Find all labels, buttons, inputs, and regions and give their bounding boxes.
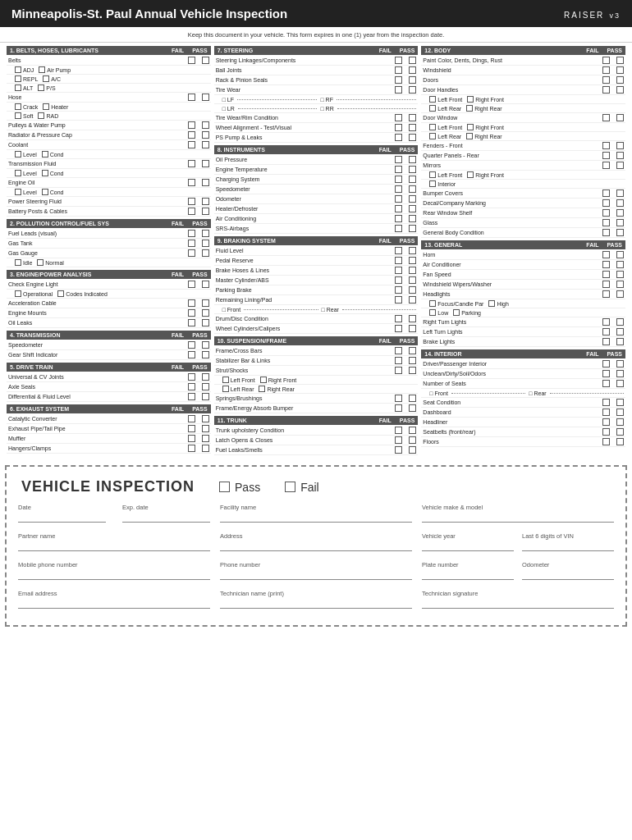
speedometer2-fail-checkbox[interactable] — [395, 185, 402, 193]
odometer-input[interactable] — [522, 570, 614, 580]
strutshocks-fail-checkbox[interactable] — [395, 367, 402, 374]
speedometer2-pass-checkbox[interactable] — [409, 185, 416, 193]
wipers-fail-checkbox[interactable] — [602, 281, 610, 288]
numseats-fail-checkbox[interactable] — [602, 380, 610, 387]
framecross-pass-checkbox[interactable] — [409, 347, 416, 354]
trans-level-checkbox[interactable] — [15, 170, 21, 176]
bumpercovers-fail-checkbox[interactable] — [602, 189, 610, 197]
leftturn-pass-checkbox[interactable] — [616, 328, 624, 336]
dw-rf-checkbox[interactable] — [467, 124, 474, 130]
pedalreserve-fail-checkbox[interactable] — [395, 257, 402, 264]
remaininglining-fail-checkbox[interactable] — [395, 296, 402, 304]
gasgauge-fail-checkbox[interactable] — [188, 249, 195, 257]
parkingbrake-fail-checkbox[interactable] — [395, 286, 402, 294]
trans-cond-checkbox[interactable] — [42, 170, 48, 176]
steeringlink-fail-checkbox[interactable] — [395, 57, 402, 64]
phone-input[interactable] — [220, 570, 412, 580]
airpump-checkbox[interactable] — [39, 66, 45, 73]
dh-rf-checkbox[interactable] — [467, 96, 474, 103]
vi-fail-checkbox[interactable] — [285, 482, 295, 492]
tirewear-pass-checkbox[interactable] — [409, 86, 416, 94]
doorhandles-fail-checkbox[interactable] — [602, 86, 610, 94]
charging-fail-checkbox[interactable] — [395, 176, 402, 183]
vehiclemake-input[interactable] — [422, 513, 614, 523]
idle-checkbox[interactable] — [15, 259, 21, 266]
vin-input[interactable] — [522, 541, 614, 551]
soft-checkbox[interactable] — [15, 112, 21, 119]
axleseals-pass-checkbox[interactable] — [202, 383, 209, 390]
heaterdefroster-fail-checkbox[interactable] — [395, 205, 402, 212]
oil-cond-checkbox[interactable] — [42, 189, 48, 195]
facility-input[interactable] — [220, 513, 412, 523]
mirror-int-checkbox[interactable] — [429, 180, 436, 187]
fluidlevel-fail-checkbox[interactable] — [395, 247, 402, 254]
wipers-pass-checkbox[interactable] — [616, 281, 624, 288]
driverpassenger-fail-checkbox[interactable] — [602, 360, 610, 368]
low-checkbox[interactable] — [429, 309, 436, 316]
cvjoints-fail-checkbox[interactable] — [188, 373, 195, 381]
rightturn-pass-checkbox[interactable] — [616, 318, 624, 326]
generalbody-fail-checkbox[interactable] — [602, 229, 610, 236]
strut-lr-checkbox[interactable] — [222, 386, 229, 392]
airconditioning-pass-checkbox[interactable] — [409, 215, 416, 222]
mastercylinder-pass-checkbox[interactable] — [409, 276, 416, 284]
fuelleads-pass-checkbox[interactable] — [202, 230, 209, 237]
brakelights-pass-checkbox[interactable] — [616, 338, 624, 345]
oil-level-checkbox[interactable] — [15, 189, 21, 195]
battery-pass-checkbox[interactable] — [202, 208, 209, 215]
powersteering-pass-checkbox[interactable] — [202, 198, 209, 205]
headlights-fail-checkbox[interactable] — [602, 290, 610, 298]
axleseals-fail-checkbox[interactable] — [188, 383, 195, 390]
muffler-fail-checkbox[interactable] — [188, 435, 195, 442]
tirerim-pass-checkbox[interactable] — [409, 114, 416, 121]
codes-checkbox[interactable] — [57, 290, 64, 297]
dh-lf-checkbox[interactable] — [429, 96, 436, 103]
pspump-pass-checkbox[interactable] — [409, 134, 416, 141]
techprint-input[interactable] — [220, 599, 412, 609]
generalbody-pass-checkbox[interactable] — [616, 229, 624, 236]
odometer-pass-checkbox[interactable] — [409, 195, 416, 203]
gastank-pass-checkbox[interactable] — [202, 240, 209, 247]
tirewear-fail-checkbox[interactable] — [395, 86, 402, 94]
coolant-fail-checkbox[interactable] — [188, 141, 195, 148]
muffler-pass-checkbox[interactable] — [202, 435, 209, 442]
exhaustpipe-fail-checkbox[interactable] — [188, 425, 195, 432]
oilpressure-pass-checkbox[interactable] — [409, 156, 416, 163]
wheelalign-pass-checkbox[interactable] — [409, 124, 416, 131]
odometer-fail-checkbox[interactable] — [395, 195, 402, 203]
remaininglining-pass-checkbox[interactable] — [409, 296, 416, 304]
gearshift-pass-checkbox[interactable] — [202, 351, 209, 358]
airconditioning-fail-checkbox[interactable] — [395, 215, 402, 222]
belts-fail-checkbox[interactable] — [188, 57, 195, 64]
rad-checkbox[interactable] — [38, 112, 44, 119]
dw-lr-checkbox[interactable] — [429, 133, 436, 139]
catalytic-fail-checkbox[interactable] — [188, 415, 195, 422]
drumdisc-fail-checkbox[interactable] — [395, 315, 402, 322]
heaterdefroster-pass-checkbox[interactable] — [409, 205, 416, 212]
fluidlevel-pass-checkbox[interactable] — [409, 247, 416, 254]
headliner-fail-checkbox[interactable] — [602, 418, 610, 426]
vi-pass-checkbox[interactable] — [219, 482, 230, 492]
enginemounts-fail-checkbox[interactable] — [188, 309, 195, 317]
ps-checkbox[interactable] — [38, 84, 44, 91]
paint-pass-checkbox[interactable] — [616, 57, 624, 64]
coolant-cond-checkbox[interactable] — [42, 151, 48, 158]
rackpinion-pass-checkbox[interactable] — [409, 76, 416, 84]
strut-lf-checkbox[interactable] — [222, 377, 229, 383]
horn-fail-checkbox[interactable] — [602, 251, 610, 258]
fanspeed-fail-checkbox[interactable] — [602, 271, 610, 278]
glass-fail-checkbox[interactable] — [602, 219, 610, 226]
adj-checkbox[interactable] — [15, 66, 21, 73]
drumdisc-pass-checkbox[interactable] — [409, 315, 416, 322]
charging-pass-checkbox[interactable] — [409, 176, 416, 183]
radiator-pass-checkbox[interactable] — [202, 131, 209, 139]
srsairbags-fail-checkbox[interactable] — [395, 225, 402, 232]
framecross-fail-checkbox[interactable] — [395, 347, 402, 354]
strutshocks-pass-checkbox[interactable] — [409, 367, 416, 374]
crack-checkbox[interactable] — [15, 103, 21, 110]
airconditioner-fail-checkbox[interactable] — [602, 261, 610, 268]
enginemounts-pass-checkbox[interactable] — [202, 309, 209, 317]
strut-rf-checkbox[interactable] — [260, 377, 267, 383]
steeringlink-pass-checkbox[interactable] — [409, 57, 416, 64]
mirrors-pass-checkbox[interactable] — [616, 162, 624, 169]
